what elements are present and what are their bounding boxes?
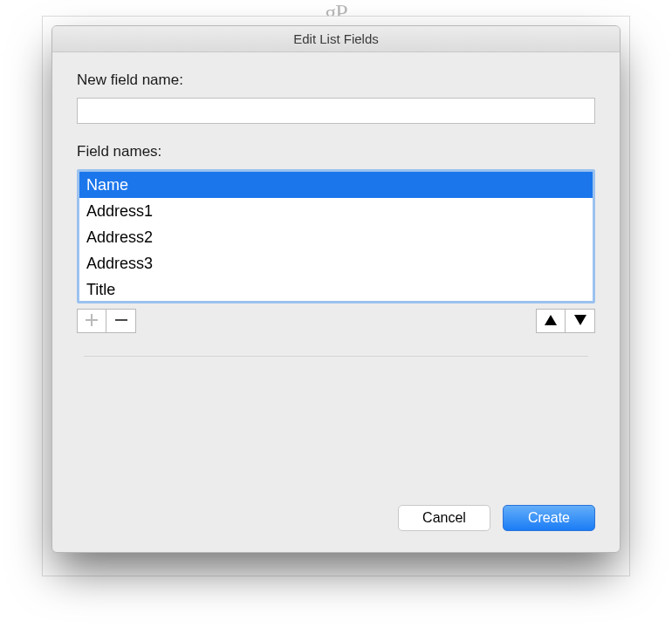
new-field-name-label: New field name:: [77, 72, 595, 89]
create-button[interactable]: Create: [503, 505, 595, 531]
list-item[interactable]: Address2: [79, 224, 593, 250]
remove-field-button[interactable]: [106, 309, 136, 333]
footer-divider: [84, 356, 588, 357]
add-field-button[interactable]: [77, 309, 106, 333]
plus-icon: [86, 314, 98, 329]
dialog-content: New field name: Field names: NameAddress…: [52, 52, 620, 489]
screenshot-frame: Edit List Fields New field name: Field n…: [42, 16, 630, 576]
dialog-titlebar: Edit List Fields: [52, 26, 620, 52]
field-names-section: Field names: NameAddress1Address2Address…: [77, 143, 595, 333]
dialog-title: Edit List Fields: [293, 31, 379, 46]
list-controls-row: [77, 309, 595, 333]
list-item[interactable]: Title: [79, 276, 593, 301]
field-names-label: Field names:: [77, 143, 595, 160]
new-field-name-input[interactable]: [77, 98, 595, 124]
dialog-footer: Cancel Create: [52, 489, 620, 552]
minus-icon: [115, 314, 127, 329]
move-down-button[interactable]: [566, 309, 595, 333]
add-remove-group: [77, 309, 136, 333]
field-names-listbox-focus-ring: NameAddress1Address2Address3Title: [77, 169, 595, 303]
edit-list-fields-dialog: Edit List Fields New field name: Field n…: [51, 25, 621, 553]
list-item[interactable]: Address3: [79, 250, 593, 276]
field-names-listbox[interactable]: NameAddress1Address2Address3Title: [79, 172, 593, 301]
reorder-group: [536, 309, 595, 333]
list-item[interactable]: Name: [79, 172, 593, 198]
move-up-button[interactable]: [536, 309, 566, 333]
triangle-down-icon: [574, 315, 586, 328]
triangle-up-icon: [545, 315, 557, 328]
list-item[interactable]: Address1: [79, 198, 593, 224]
cancel-button[interactable]: Cancel: [398, 505, 490, 531]
